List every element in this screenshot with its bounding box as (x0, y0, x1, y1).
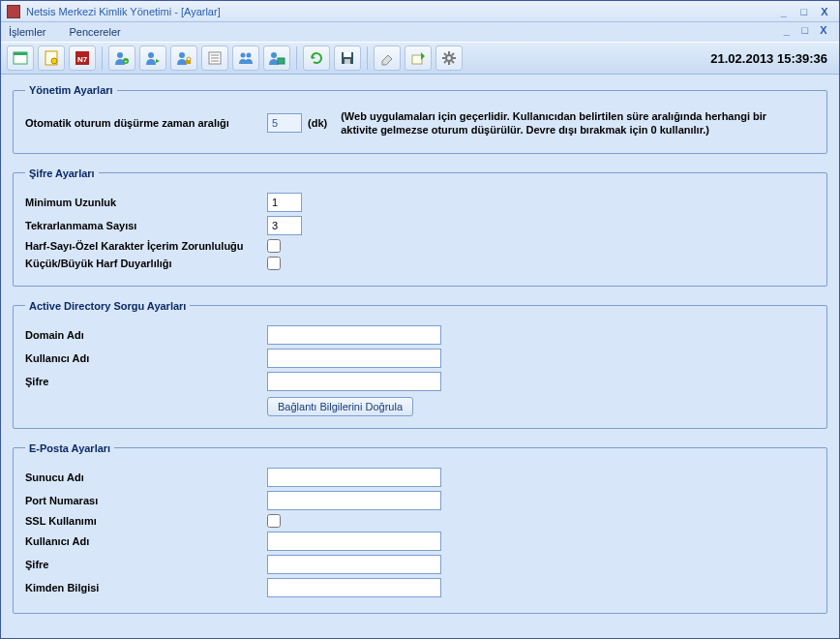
ad-pass-input[interactable] (267, 372, 441, 391)
timeout-label: Otomatik oturum düşürme zaman aralığı (25, 117, 267, 129)
ep-server-label: Sunucu Adı (25, 472, 267, 483)
toolbar-btn-3[interactable]: N7 (69, 46, 96, 71)
toolbar-btn-user-lock[interactable] (170, 46, 197, 71)
case-label: Küçük/Büyük Harf Duyarlılığı (25, 258, 267, 269)
ad-domain-input[interactable] (267, 325, 441, 345)
close-button[interactable]: X (816, 6, 833, 17)
ad-user-input[interactable] (267, 349, 441, 368)
ep-pass-label: Şifre (25, 559, 267, 570)
ep-user-input[interactable] (267, 532, 441, 551)
window-buttons: _ □ X (775, 6, 833, 17)
mdi-window-controls: _ □ X (779, 24, 831, 36)
svg-point-17 (247, 53, 252, 58)
mdi-close-button[interactable]: X (816, 24, 831, 36)
n70-icon: N7 (74, 49, 91, 67)
min-length-input[interactable] (267, 193, 302, 212)
toolbar-btn-user-list[interactable] (263, 46, 290, 71)
toolbar-sep-2 (296, 46, 297, 70)
users-icon (237, 49, 255, 67)
minimize-button[interactable]: _ (775, 6, 793, 17)
row-ad-domain: Domain Adı (25, 325, 815, 345)
row-min-length: Minimum Uzunluk (25, 193, 815, 212)
row-timeout: Otomatik oturum düşürme zaman aralığı (d… (25, 109, 815, 137)
mdi-restore-button[interactable]: □ (797, 24, 813, 36)
row-ep-pass: Şifre (25, 555, 815, 574)
ep-from-input[interactable] (267, 578, 441, 597)
svg-text:N7: N7 (77, 55, 88, 64)
row-ad-pass: Şifre (25, 372, 815, 391)
maximize-button[interactable]: □ (795, 6, 813, 17)
toolbar-btn-user-edit[interactable] (139, 46, 166, 71)
toolbar-btn-users[interactable] (232, 46, 259, 71)
group-eposta: E-Posta Ayarları Sunucu Adı Port Numaras… (13, 442, 827, 614)
menu-islemler[interactable]: İşlemler (9, 26, 46, 38)
svg-point-6 (117, 52, 123, 58)
list-icon (206, 49, 224, 67)
svg-rect-19 (278, 58, 285, 64)
ep-port-label: Port Numarası (25, 495, 267, 506)
toolbar-btn-1[interactable] (7, 46, 34, 71)
user-lock-icon (175, 49, 193, 67)
ep-pass-input[interactable] (267, 555, 441, 574)
svg-point-24 (446, 55, 452, 61)
no-repeat-label: Tekrarlanmama Sayısı (25, 220, 267, 231)
eraser-icon (378, 49, 396, 67)
toolbar-btn-list[interactable] (201, 46, 228, 71)
svg-text:+: + (124, 58, 128, 64)
row-ep-port: Port Numarası (25, 491, 815, 510)
svg-point-18 (271, 52, 277, 58)
menubar: İşlemler Pencereler _ □ X (1, 22, 839, 42)
group-sifre-legend: Şifre Ayarları (25, 167, 99, 179)
row-ad-user: Kullanıcı Adı (25, 349, 815, 368)
toolbar-sep-3 (367, 46, 368, 70)
no-repeat-input[interactable] (267, 216, 302, 235)
ad-domain-label: Domain Adı (25, 329, 267, 341)
svg-rect-11 (186, 60, 191, 64)
toolbar-btn-refresh[interactable] (303, 46, 330, 71)
ep-server-input[interactable] (267, 468, 441, 487)
timeout-unit: (dk) (308, 117, 327, 129)
toolbar-btn-2[interactable] (38, 46, 65, 71)
ep-ssl-label: SSL Kullanımı (25, 515, 267, 527)
complexity-checkbox[interactable] (267, 239, 281, 253)
svg-point-3 (51, 58, 57, 64)
row-no-repeat: Tekrarlanmama Sayısı (25, 216, 815, 235)
row-ep-server: Sunucu Adı (25, 468, 815, 487)
toolbar: N7 + 21.02.2013 15:39:36 (1, 42, 839, 75)
row-ep-user: Kullanıcı Adı (25, 532, 815, 551)
row-ep-ssl: SSL Kullanımı (25, 514, 815, 528)
case-checkbox[interactable] (267, 257, 281, 270)
window-icon (12, 49, 29, 67)
toolbar-btn-erase[interactable] (374, 46, 401, 71)
svg-rect-21 (344, 52, 351, 57)
svg-rect-22 (345, 59, 350, 64)
svg-point-16 (241, 53, 246, 58)
row-ad-verify: Bağlantı Bilgilerini Doğrula (267, 397, 815, 416)
export-icon (409, 49, 427, 67)
menu-pencereler[interactable]: Pencereler (70, 26, 121, 38)
ad-verify-button[interactable]: Bağlantı Bilgilerini Doğrula (267, 397, 413, 416)
row-complexity: Harf-Sayı-Özel Karakter İçerim Zorunlulu… (25, 239, 815, 253)
content-area: Yönetim Ayarları Otomatik oturum düşürme… (1, 75, 839, 638)
titlebar: Netsis Merkezi Kimlik Yönetimi - [Ayarla… (1, 1, 839, 22)
timeout-input[interactable] (267, 113, 302, 133)
toolbar-btn-user-add[interactable]: + (108, 46, 135, 71)
ep-port-input[interactable] (267, 491, 441, 510)
svg-line-32 (452, 53, 454, 55)
group-ad: Active Directory Sorgu Ayarları Domain A… (13, 300, 827, 429)
min-length-label: Minimum Uzunluk (25, 197, 267, 208)
ep-user-label: Kullanıcı Adı (25, 535, 267, 547)
app-icon (7, 5, 20, 18)
ep-from-label: Kimden Bilgisi (25, 582, 267, 593)
svg-line-29 (444, 53, 446, 55)
row-case: Küçük/Büyük Harf Duyarlılığı (25, 257, 815, 270)
complexity-label: Harf-Sayı-Özel Karakter İçerim Zorunlulu… (25, 240, 267, 252)
window-title: Netsis Merkezi Kimlik Yönetimi - [Ayarla… (26, 6, 775, 17)
toolbar-btn-settings[interactable] (435, 46, 463, 71)
ep-ssl-checkbox[interactable] (267, 514, 281, 528)
toolbar-btn-save[interactable] (334, 46, 361, 71)
gear-icon (440, 49, 458, 67)
mdi-minimize-button[interactable]: _ (779, 24, 795, 36)
ad-pass-label: Şifre (25, 376, 267, 387)
toolbar-btn-export[interactable] (405, 46, 432, 71)
